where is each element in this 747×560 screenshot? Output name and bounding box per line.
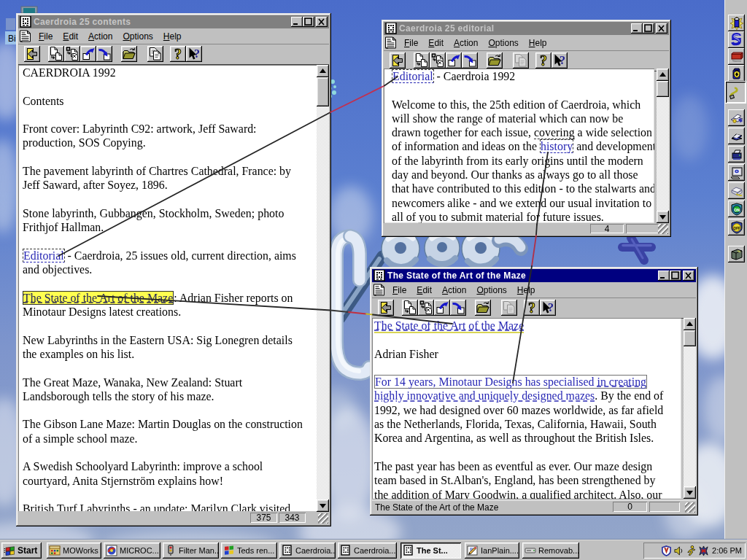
svg-text:?: ? [540, 53, 547, 68]
svg-text:?: ? [548, 301, 554, 314]
svg-text:ON: ON [733, 207, 739, 211]
svg-text:?: ? [194, 47, 200, 60]
svg-text:?: ? [174, 47, 182, 61]
svg-text:Bi: Bi [8, 34, 16, 44]
svg-text:?: ? [528, 300, 535, 315]
svg-text:OFF: OFF [733, 226, 740, 230]
svg-text:?: ? [560, 54, 565, 66]
